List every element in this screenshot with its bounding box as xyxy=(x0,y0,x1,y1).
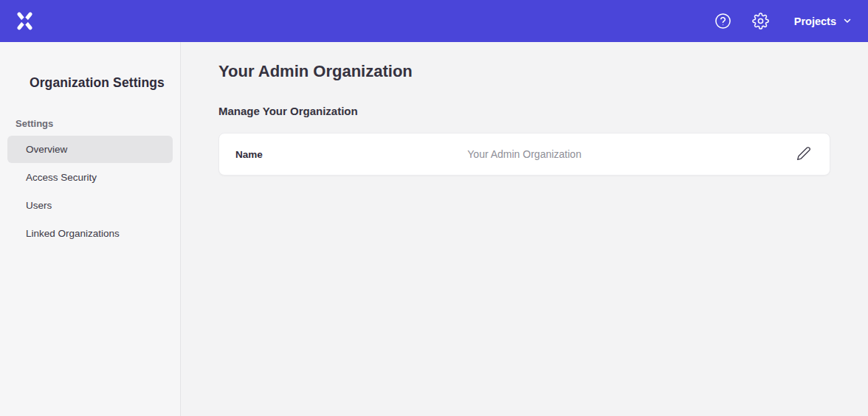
name-field-row: Name Your Admin Organization xyxy=(218,133,830,176)
sidebar-item-access-security[interactable]: Access Security xyxy=(7,164,173,191)
sidebar-item-label: Overview xyxy=(26,144,67,155)
help-circle-icon xyxy=(714,13,731,30)
sidebar: Organization Settings Settings Overview … xyxy=(0,42,181,416)
name-field-label: Name xyxy=(235,149,263,160)
sidebar-item-linked-organizations[interactable]: Linked Organizations xyxy=(7,220,173,247)
sidebar-item-label: Users xyxy=(26,200,52,211)
sidebar-item-label: Access Security xyxy=(26,172,97,183)
sidebar-item-label: Linked Organizations xyxy=(26,228,120,239)
section-title: Manage Your Organization xyxy=(218,105,830,117)
name-field-value: Your Admin Organization xyxy=(467,148,581,160)
pencil-icon xyxy=(796,146,811,163)
sidebar-item-users[interactable]: Users xyxy=(7,192,173,219)
page-title: Your Admin Organization xyxy=(218,61,830,82)
sidebar-item-overview[interactable]: Overview xyxy=(7,136,173,163)
projects-menu-button[interactable]: Projects xyxy=(794,15,852,27)
chevron-down-icon xyxy=(843,15,852,27)
edit-name-button[interactable] xyxy=(794,145,813,164)
settings-button[interactable] xyxy=(752,13,770,30)
projects-menu-label: Projects xyxy=(794,15,836,27)
sidebar-section-label: Settings xyxy=(0,118,180,129)
help-button[interactable] xyxy=(714,13,732,30)
top-navigation-bar: Projects xyxy=(0,0,868,42)
gear-icon xyxy=(752,13,769,30)
app-logo-icon[interactable] xyxy=(15,11,35,31)
sidebar-nav: Overview Access Security Users Linked Or… xyxy=(0,136,180,247)
sidebar-title: Organization Settings xyxy=(0,75,180,91)
main-content: Your Admin Organization Manage Your Orga… xyxy=(181,42,868,416)
